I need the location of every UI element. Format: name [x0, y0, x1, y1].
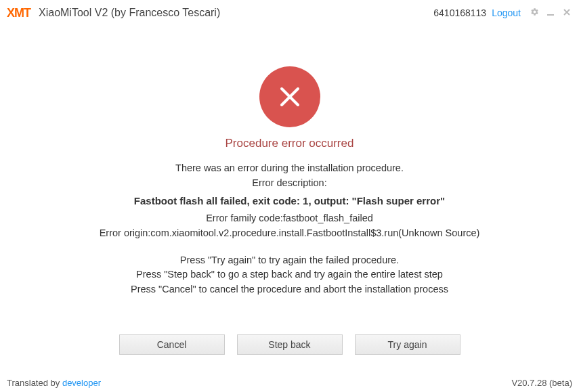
translated-by: Translated by developer — [7, 378, 101, 388]
error-origin: Error origin:com.xiaomitool.v2.procedure… — [100, 226, 480, 241]
cancel-button[interactable]: Cancel — [119, 334, 225, 355]
button-row: Cancel Step back Try again — [0, 334, 579, 355]
close-icon[interactable] — [561, 7, 572, 18]
version-label: V20.7.28 (beta) — [511, 378, 572, 388]
instruction-line: Press "Try again" to try again the faile… — [131, 253, 448, 268]
error-icon — [259, 66, 320, 127]
titlebar: XMT XiaoMiTool V2 (by Francesco Tescari)… — [0, 0, 579, 26]
logout-link[interactable]: Logout — [492, 7, 521, 18]
error-line: There was an error during the installati… — [100, 161, 480, 176]
instruction-line: Press "Step back" to go a step back and … — [131, 267, 448, 282]
settings-icon[interactable] — [529, 7, 540, 18]
main-content: Procedure error occurred There was an er… — [0, 26, 579, 334]
logo: XMT — [7, 6, 30, 20]
error-description: There was an error during the installati… — [100, 161, 480, 241]
user-id: 6410168113 — [433, 7, 486, 18]
footer: Translated by developer V20.7.28 (beta) — [0, 374, 579, 392]
instruction-line: Press "Cancel" to cancel the procedure a… — [131, 282, 448, 297]
window-controls — [529, 7, 572, 18]
app-title: XiaoMiTool V2 (by Francesco Tescari) — [39, 7, 220, 19]
error-instructions: Press "Try again" to try again the faile… — [131, 253, 448, 297]
error-heading: Procedure error occurred — [226, 137, 354, 150]
error-line: Error description: — [100, 176, 480, 191]
error-family: Error family code:fastboot_flash_failed — [100, 211, 480, 226]
error-main-message: Fastboot flash all failed, exit code: 1,… — [100, 194, 480, 209]
try-again-button[interactable]: Try again — [355, 334, 460, 355]
translated-prefix: Translated by — [7, 378, 62, 388]
step-back-button[interactable]: Step back — [237, 334, 343, 355]
developer-link[interactable]: developer — [62, 378, 101, 388]
svg-rect-0 — [547, 14, 554, 16]
minimize-icon[interactable] — [545, 7, 556, 18]
